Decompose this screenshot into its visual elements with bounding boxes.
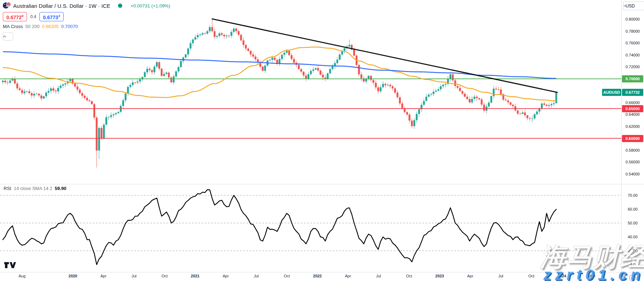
candle[interactable]: [548, 105, 550, 106]
candle[interactable]: [529, 118, 531, 119]
candle[interactable]: [204, 33, 206, 34]
candle[interactable]: [76, 87, 78, 90]
candle[interactable]: [223, 35, 225, 36]
candle[interactable]: [96, 118, 97, 151]
candle[interactable]: [490, 96, 492, 103]
candle[interactable]: [190, 43, 192, 49]
candle[interactable]: [43, 96, 45, 98]
candle[interactable]: [228, 36, 230, 36]
candle[interactable]: [536, 112, 538, 114]
candle[interactable]: [57, 88, 59, 92]
candle[interactable]: [31, 93, 33, 96]
candle[interactable]: [406, 112, 408, 115]
candle[interactable]: [9, 81, 11, 83]
candle[interactable]: [60, 86, 61, 88]
rsi-pane[interactable]: [0, 184, 621, 272]
candle[interactable]: [115, 113, 117, 114]
candle[interactable]: [466, 97, 468, 99]
candle[interactable]: [505, 100, 506, 101]
candle[interactable]: [106, 117, 107, 125]
candle[interactable]: [531, 118, 533, 119]
candle[interactable]: [512, 105, 514, 106]
candle[interactable]: [303, 72, 305, 76]
rsi-label[interactable]: RSI: [4, 186, 11, 191]
candle[interactable]: [500, 90, 502, 94]
candle[interactable]: [543, 104, 545, 105]
candle[interactable]: [413, 120, 415, 126]
candle[interactable]: [423, 101, 425, 105]
candle[interactable]: [175, 71, 177, 76]
candle[interactable]: [247, 49, 249, 51]
candle[interactable]: [317, 68, 319, 71]
collapse-legend-button[interactable]: [3, 32, 13, 40]
candle[interactable]: [149, 69, 150, 70]
candle[interactable]: [132, 82, 134, 85]
candle[interactable]: [459, 88, 461, 91]
candle[interactable]: [551, 104, 552, 105]
candle[interactable]: [33, 94, 35, 96]
candle[interactable]: [110, 115, 112, 117]
candle[interactable]: [7, 82, 9, 83]
candle[interactable]: [272, 58, 273, 60]
candle[interactable]: [476, 97, 478, 98]
candle[interactable]: [305, 76, 307, 79]
candle[interactable]: [377, 87, 379, 91]
candle[interactable]: [430, 94, 432, 95]
candle[interactable]: [144, 72, 146, 77]
candle[interactable]: [471, 99, 473, 102]
candle[interactable]: [226, 36, 227, 36]
candle[interactable]: [418, 109, 420, 114]
candle[interactable]: [14, 79, 16, 83]
candle[interactable]: [21, 90, 23, 93]
candle[interactable]: [522, 113, 524, 114]
candle[interactable]: [380, 87, 381, 92]
candle[interactable]: [517, 110, 519, 114]
candle[interactable]: [252, 54, 254, 56]
candle[interactable]: [307, 74, 309, 79]
candle[interactable]: [483, 105, 485, 111]
candle[interactable]: [134, 82, 136, 83]
candle[interactable]: [320, 71, 321, 75]
candle[interactable]: [312, 70, 314, 71]
candle[interactable]: [360, 74, 362, 78]
candle[interactable]: [216, 36, 218, 37]
candle[interactable]: [199, 34, 201, 35]
candle[interactable]: [344, 48, 345, 51]
candle[interactable]: [180, 61, 182, 67]
candle[interactable]: [98, 128, 100, 151]
candle[interactable]: [194, 37, 196, 40]
candle[interactable]: [392, 86, 393, 88]
candle[interactable]: [286, 51, 288, 53]
candle[interactable]: [329, 69, 331, 73]
candle[interactable]: [62, 85, 64, 86]
candle[interactable]: [452, 74, 454, 80]
candle[interactable]: [353, 50, 355, 56]
candle[interactable]: [336, 60, 338, 63]
candle[interactable]: [146, 69, 148, 72]
candle[interactable]: [462, 91, 463, 94]
candle[interactable]: [250, 51, 252, 54]
candle[interactable]: [440, 86, 442, 90]
candle[interactable]: [211, 27, 213, 31]
candle[interactable]: [478, 98, 480, 99]
candle[interactable]: [156, 62, 158, 67]
candle[interactable]: [293, 59, 295, 63]
candle[interactable]: [493, 89, 495, 96]
candle[interactable]: [457, 86, 458, 88]
candle[interactable]: [519, 114, 521, 114]
candle[interactable]: [481, 99, 483, 105]
candle[interactable]: [84, 96, 86, 98]
candle[interactable]: [151, 70, 153, 72]
candle[interactable]: [192, 39, 194, 43]
sma50-line[interactable]: [3, 47, 556, 101]
currency-selector[interactable]: USD: [623, 1, 644, 10]
candle[interactable]: [125, 94, 127, 101]
candle[interactable]: [170, 77, 172, 82]
candle[interactable]: [79, 90, 81, 93]
candle[interactable]: [182, 58, 184, 61]
candle[interactable]: [36, 94, 37, 94]
candle[interactable]: [48, 91, 49, 92]
candle[interactable]: [365, 79, 367, 81]
candle[interactable]: [163, 74, 165, 76]
candle[interactable]: [435, 91, 437, 92]
